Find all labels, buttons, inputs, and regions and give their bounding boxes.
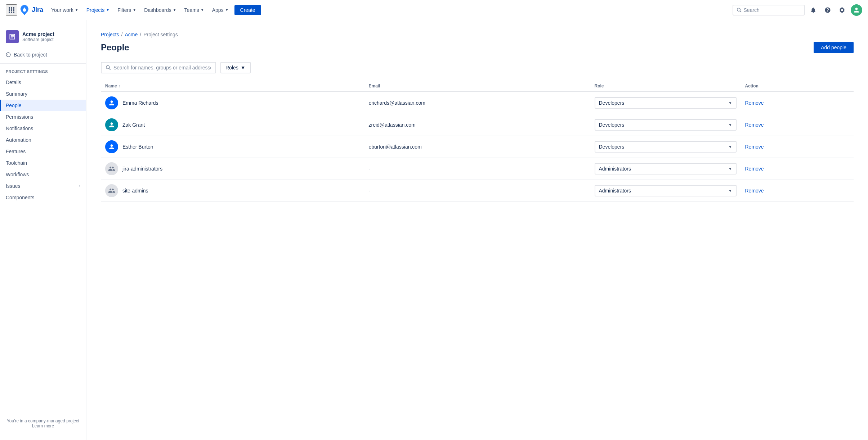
table-row: Emma Richards erichards@atlassian.com De… [101, 92, 854, 114]
role-dropdown[interactable]: Developers ▼ [595, 141, 737, 153]
sidebar-item-permissions[interactable]: Permissions [0, 111, 86, 123]
person-cell: Emma Richards [105, 96, 360, 109]
table-cell-action: Remove [741, 158, 854, 180]
projects-menu[interactable]: Projects ▼ [83, 5, 113, 15]
person-avatar [105, 184, 118, 197]
create-button[interactable]: Create [234, 5, 261, 15]
gear-icon [839, 7, 845, 13]
your-work-menu[interactable]: Your work ▼ [48, 5, 82, 15]
apps-menu[interactable]: Apps ▼ [209, 5, 232, 15]
table-cell-action: Remove [741, 114, 854, 136]
sidebar-item-components[interactable]: Components [0, 192, 86, 203]
people-table: Name ↑ Email Role Action Emma Richards e… [101, 81, 854, 202]
jira-logo[interactable]: Jira [19, 4, 43, 16]
sidebar-item-toolchain[interactable]: Toolchain [0, 157, 86, 169]
teams-menu[interactable]: Teams ▼ [181, 5, 208, 15]
sidebar-item-details[interactable]: Details [0, 77, 86, 88]
sidebar-item-features[interactable]: Features [0, 146, 86, 157]
help-button[interactable] [822, 4, 833, 16]
role-dropdown[interactable]: Administrators ▼ [595, 185, 737, 196]
role-chevron-icon: ▼ [729, 145, 732, 149]
table-header-row: Name ↑ Email Role Action [101, 81, 854, 92]
remove-button[interactable]: Remove [745, 144, 764, 150]
breadcrumb-acme[interactable]: Acme [125, 32, 138, 37]
settings-button[interactable] [836, 4, 848, 16]
table-cell-email: eburton@atlassian.com [364, 136, 590, 158]
table-cell-role: Developers ▼ [590, 136, 741, 158]
table-cell-email: - [364, 158, 590, 180]
remove-button[interactable]: Remove [745, 100, 764, 106]
table-row: jira-administrators - Administrators ▼ R… [101, 158, 854, 180]
sidebar-item-issues[interactable]: Issues › [0, 180, 86, 192]
sidebar-divider [0, 63, 86, 64]
add-people-button[interactable]: Add people [814, 42, 854, 53]
svg-rect-8 [13, 12, 14, 13]
table-cell-name: Esther Burton [101, 136, 364, 158]
bell-icon [810, 7, 816, 13]
topnav-right [733, 4, 862, 16]
search-input[interactable] [744, 7, 800, 13]
remove-button[interactable]: Remove [745, 166, 764, 172]
role-dropdown[interactable]: Developers ▼ [595, 97, 737, 109]
people-search-input[interactable] [113, 65, 211, 71]
person-name: Emma Richards [122, 100, 158, 106]
breadcrumb-sep-2: / [140, 32, 141, 37]
role-chevron-icon: ▼ [729, 101, 732, 105]
person-cell: Esther Burton [105, 140, 360, 153]
filters-menu[interactable]: Filters ▼ [114, 5, 140, 15]
projects-chevron: ▼ [106, 8, 109, 12]
sidebar-item-notifications[interactable]: Notifications [0, 123, 86, 134]
svg-rect-4 [11, 9, 12, 11]
role-label: Developers [599, 122, 625, 128]
roles-filter-button[interactable]: Roles ▼ [220, 62, 251, 73]
role-chevron-icon: ▼ [729, 123, 732, 127]
role-dropdown[interactable]: Administrators ▼ [595, 163, 737, 174]
table-cell-role: Developers ▼ [590, 114, 741, 136]
topnav-search[interactable] [733, 5, 805, 15]
table-cell-email: erichards@atlassian.com [364, 92, 590, 114]
people-search-field[interactable] [101, 62, 216, 73]
sidebar-project-name: Acme project [22, 31, 54, 37]
sidebar-project-type: Software project [22, 37, 54, 42]
search-icon [737, 8, 742, 13]
sidebar-item-workflows[interactable]: Workflows [0, 169, 86, 180]
table-cell-role: Developers ▼ [590, 92, 741, 114]
sidebar-item-automation[interactable]: Automation [0, 134, 86, 146]
grid-menu-button[interactable] [6, 4, 17, 16]
breadcrumb-projects[interactable]: Projects [101, 32, 119, 37]
avatar-icon [853, 6, 860, 14]
dashboards-menu[interactable]: Dashboards ▼ [140, 5, 180, 15]
breadcrumb-sep-1: / [121, 32, 123, 37]
col-header-action: Action [741, 81, 854, 92]
learn-more-link[interactable]: Learn more [32, 423, 54, 428]
layout: Acme project Software project Back to pr… [0, 20, 868, 440]
sidebar-item-summary[interactable]: Summary [0, 88, 86, 100]
main-content: Projects / Acme / Project settings Peopl… [86, 20, 868, 440]
sidebar-section-title: Project settings [0, 67, 86, 77]
issues-expand-icon: › [79, 184, 80, 188]
col-header-role: Role [590, 81, 741, 92]
person-avatar [105, 96, 118, 109]
table-cell-action: Remove [741, 136, 854, 158]
role-chevron-icon: ▼ [729, 189, 732, 193]
remove-button[interactable]: Remove [745, 188, 764, 194]
user-avatar[interactable] [851, 4, 862, 16]
back-to-project-button[interactable]: Back to project [0, 49, 86, 60]
roles-chevron-icon: ▼ [241, 65, 246, 71]
sidebar-footer: You're in a company-managed project Lear… [0, 413, 86, 434]
person-cell: jira-administrators [105, 162, 360, 175]
page-title: People [101, 42, 129, 53]
svg-rect-0 [9, 7, 10, 9]
dashboards-chevron: ▼ [173, 8, 176, 12]
svg-rect-7 [11, 12, 12, 13]
svg-rect-2 [13, 7, 14, 9]
search-people-icon [106, 65, 111, 70]
notifications-button[interactable] [807, 4, 819, 16]
sidebar-item-people[interactable]: People [0, 100, 86, 111]
person-cell: site-admins [105, 184, 360, 197]
topnav-menu: Your work ▼ Projects ▼ Filters ▼ Dashboa… [48, 5, 731, 15]
role-chevron-icon: ▼ [729, 167, 732, 171]
remove-button[interactable]: Remove [745, 122, 764, 128]
svg-rect-1 [11, 7, 12, 9]
role-dropdown[interactable]: Developers ▼ [595, 119, 737, 131]
